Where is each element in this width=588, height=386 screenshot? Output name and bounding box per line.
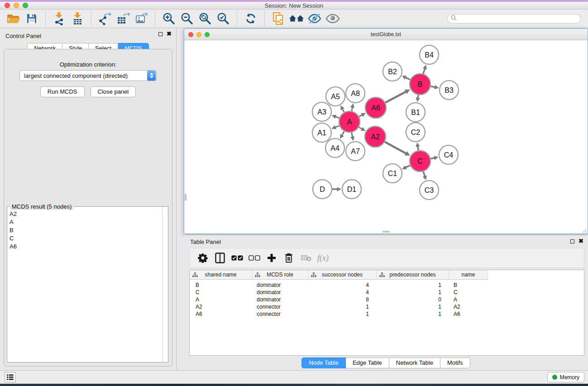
- graph-node-B3[interactable]: B3: [440, 81, 459, 100]
- graph-node-C4[interactable]: C4: [439, 145, 458, 164]
- graph-edge-C-C3[interactable]: [423, 172, 425, 177]
- table-cell: 1: [377, 281, 449, 289]
- graph-edge-A-A7[interactable]: [352, 133, 353, 138]
- close-panel-button[interactable]: Close panel: [91, 86, 136, 97]
- delete-column-icon[interactable]: [282, 251, 296, 265]
- graph-node-C[interactable]: C: [410, 151, 430, 172]
- graph-node-C2[interactable]: C2: [406, 123, 425, 142]
- graph-node-A7[interactable]: A7: [346, 142, 365, 161]
- search-input[interactable]: [457, 15, 580, 23]
- tab-node-table[interactable]: Node Table: [301, 357, 346, 368]
- table-row[interactable]: Adominator80A: [190, 296, 584, 303]
- table-cell: dominator: [252, 281, 308, 289]
- show-all-eye-icon[interactable]: [325, 11, 340, 26]
- export-network-icon[interactable]: [97, 11, 113, 26]
- result-list-item[interactable]: C: [7, 234, 162, 242]
- column-header-shared-name[interactable]: shared name: [190, 270, 252, 280]
- tab-motifs[interactable]: Motifs: [440, 357, 470, 368]
- network-canvas[interactable]: B4B2BB3A8A5A6B1A3AC2A1A2A4A7C4CC1DD1C3: [184, 40, 588, 234]
- graph-node-A3[interactable]: A3: [312, 102, 331, 121]
- select-all-checkboxes-icon[interactable]: [230, 251, 244, 265]
- close-panel-icon[interactable]: ✖: [167, 32, 172, 36]
- table-row[interactable]: A2connector11A2: [190, 303, 584, 310]
- tab-edge-table[interactable]: Edge Table: [346, 357, 389, 368]
- graph-node-A4[interactable]: A4: [325, 138, 344, 157]
- graph-node-A6[interactable]: A6: [365, 97, 386, 118]
- network-graph[interactable]: B4B2BB3A8A5A6B1A3AC2A1A2A4A7C4CC1DD1C3: [184, 40, 588, 234]
- graph-edge-B-B3[interactable]: [431, 86, 435, 87]
- table-cell: 1: [377, 310, 449, 318]
- split-columns-icon[interactable]: [213, 251, 227, 265]
- zoom-fit-icon[interactable]: [197, 11, 213, 26]
- graph-edge-A-A1[interactable]: [335, 126, 339, 128]
- graph-node-D[interactable]: D: [313, 180, 332, 199]
- column-header-successor-nodes[interactable]: successor nodes: [308, 270, 377, 280]
- table-row[interactable]: A6connector11A6: [190, 310, 584, 318]
- memory-button[interactable]: Memory: [547, 372, 584, 382]
- home-layout-icon[interactable]: [289, 11, 304, 26]
- result-list-item[interactable]: A6: [7, 242, 162, 250]
- import-network-icon[interactable]: [52, 11, 67, 26]
- show-panels-button[interactable]: [5, 372, 16, 382]
- column-header-MCDS-role[interactable]: MCDS role: [252, 270, 308, 280]
- tab-network-table[interactable]: Network Table: [389, 357, 440, 368]
- result-scrollbar[interactable]: [162, 207, 168, 362]
- export-table-icon[interactable]: [115, 11, 131, 26]
- copy-style-icon[interactable]: [271, 11, 286, 26]
- graph-edge-B-B4[interactable]: [423, 68, 425, 74]
- add-column-icon[interactable]: [265, 251, 278, 265]
- table-cell: A: [190, 296, 252, 303]
- export-image-icon[interactable]: [134, 11, 149, 26]
- criterion-dropdown-value: largest connected component (directed): [20, 72, 147, 79]
- delete-table-icon[interactable]: [299, 251, 313, 265]
- graph-node-C3[interactable]: C3: [420, 181, 439, 200]
- svg-text:A3: A3: [317, 108, 326, 116]
- graph-node-B4[interactable]: B4: [420, 45, 439, 64]
- graph-node-A1[interactable]: A1: [312, 123, 331, 142]
- search-field[interactable]: [447, 14, 581, 24]
- result-list-item[interactable]: A2: [7, 210, 162, 218]
- graph-node-D1[interactable]: D1: [342, 180, 361, 199]
- deselect-all-checkboxes-icon[interactable]: [248, 251, 261, 265]
- refresh-icon[interactable]: [243, 11, 258, 26]
- network-vertical-scrollbar[interactable]: [185, 194, 186, 201]
- hide-selected-eye-icon[interactable]: [307, 11, 322, 26]
- table-row[interactable]: Cdominator41C: [190, 289, 584, 296]
- result-list-item[interactable]: B: [7, 226, 162, 234]
- graph-node-B[interactable]: B: [410, 74, 430, 95]
- graph-edge-A2-C[interactable]: [385, 142, 406, 153]
- graph-node-A2[interactable]: A2: [365, 126, 386, 147]
- network-horizontal-scrollbar[interactable]: [382, 231, 390, 233]
- table-header[interactable]: shared nameMCDS rolesuccessor nodesprede…: [190, 270, 584, 280]
- mcds-result-list[interactable]: A2ABCA6: [7, 210, 162, 362]
- float-panel-icon[interactable]: [158, 32, 163, 36]
- graph-node-B2[interactable]: B2: [383, 62, 402, 81]
- graph-node-C1[interactable]: C1: [383, 164, 402, 183]
- import-table-icon[interactable]: [70, 11, 85, 26]
- result-list-item[interactable]: A: [7, 218, 162, 226]
- graph-edge-C-C1[interactable]: [405, 166, 410, 168]
- resize-grip-icon[interactable]: [582, 228, 587, 233]
- graph-edge-B-B2[interactable]: [405, 77, 410, 80]
- table-row[interactable]: Bdominator41B: [190, 281, 584, 289]
- graph-node-A[interactable]: A: [339, 111, 360, 132]
- graph-edge-A6-B[interactable]: [385, 91, 406, 103]
- graph-node-A5[interactable]: A5: [326, 87, 345, 106]
- open-session-icon[interactable]: [6, 11, 21, 26]
- zoom-in-icon[interactable]: [161, 11, 177, 26]
- save-session-icon[interactable]: [24, 11, 39, 26]
- run-mcds-button[interactable]: Run MCDS: [40, 86, 85, 97]
- graph-edge-A-A4[interactable]: [342, 131, 344, 136]
- column-header-predecessor-nodes[interactable]: predecessor nodes: [377, 270, 449, 280]
- network-window-titlebar[interactable]: testGlobe.txt: [184, 29, 588, 40]
- zoom-selected-icon[interactable]: [215, 11, 231, 26]
- float-table-panel-icon[interactable]: [570, 239, 574, 243]
- function-builder-icon[interactable]: f(x): [317, 253, 329, 263]
- close-table-panel-icon[interactable]: ✖: [578, 239, 583, 243]
- graph-node-A8[interactable]: A8: [346, 84, 365, 103]
- graph-node-B1[interactable]: B1: [406, 103, 425, 122]
- gear-icon[interactable]: [196, 251, 210, 265]
- column-header-name[interactable]: name: [449, 270, 488, 280]
- criterion-dropdown[interactable]: largest connected component (directed): [19, 70, 157, 81]
- zoom-out-icon[interactable]: [179, 11, 195, 26]
